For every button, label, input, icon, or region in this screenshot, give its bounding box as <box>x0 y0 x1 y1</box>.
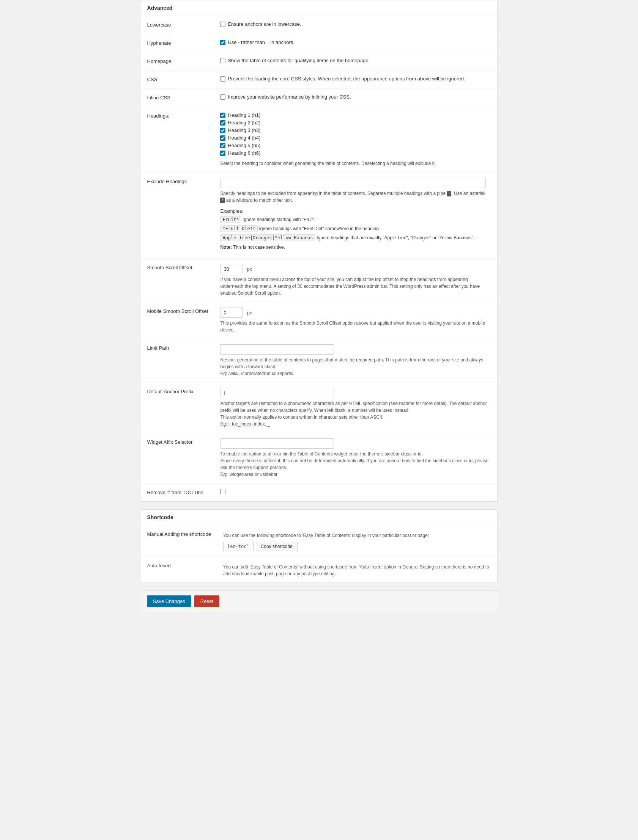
widget-affix-row: Widget Affix Selector To enable the opti… <box>141 433 497 483</box>
hyphenate-label: Hyphenate <box>141 34 214 52</box>
remove-numbers-checkbox[interactable] <box>220 489 225 494</box>
manual-adding-row: Manual Adding the shortcode You can use … <box>141 525 497 557</box>
inline-css-checkbox-label[interactable]: Improve your website performance by inli… <box>220 94 491 100</box>
lowercase-td: Ensure anchors are in lowercase. <box>214 16 497 34</box>
note-line: Note: This is not case sensitive. <box>220 244 491 251</box>
heading4-text: Heading 4 (h4) <box>228 135 260 141</box>
lowercase-row: Lowercase Ensure anchors are in lowercas… <box>141 16 497 34</box>
anchor-prefix-label: Default Anchor Prefix <box>141 382 214 433</box>
anchor-prefix-input[interactable] <box>220 388 334 398</box>
remove-numbers-label: Remove ':' from TOC Title <box>141 483 214 501</box>
homepage-row: Homepage Show the table of contents for … <box>141 52 497 71</box>
smooth-scroll-label: Smooth Scroll Offset <box>141 258 214 302</box>
limit-path-input[interactable] <box>220 344 334 355</box>
exclude-headings-desc: Specify headings to be excluded from app… <box>220 190 491 204</box>
homepage-checkbox[interactable] <box>220 58 225 63</box>
auto-insert-td: You can add 'Easy Table of Contents' wit… <box>217 556 497 583</box>
manual-adding-desc: You can use the following shortcode to '… <box>223 532 491 539</box>
mobile-smooth-scroll-row: Mobile Smooth Scroll Offset px This prov… <box>141 302 497 339</box>
heading6-text: Heading 6 (h6) <box>228 150 260 156</box>
inline-css-checkbox[interactable] <box>220 95 225 100</box>
widget-affix-label: Widget Affix Selector <box>141 433 214 483</box>
anchor-prefix-row: Default Anchor Prefix Anchor targets are… <box>141 382 497 433</box>
exclude-headings-td: Specify headings to be excluded from app… <box>214 172 497 259</box>
limit-path-td: Restrict generation of the table of cont… <box>214 339 497 382</box>
reset-button[interactable]: Reset <box>194 595 219 607</box>
hyphenate-checkbox[interactable] <box>220 40 225 45</box>
remove-numbers-td <box>214 483 497 501</box>
homepage-checkbox-text: Show the table of contents for qualifyin… <box>228 58 370 63</box>
mobile-scroll-desc: This provides the same function as the S… <box>220 320 491 333</box>
heading3-text: Heading 3 (h3) <box>228 128 260 133</box>
mobile-scroll-input[interactable] <box>220 308 243 318</box>
heading3-label[interactable]: Heading 3 (h3) <box>220 128 491 133</box>
heading2-label[interactable]: Heading 2 (h2) <box>220 120 491 126</box>
limit-path-desc: Restrict generation of the table of cont… <box>220 357 491 377</box>
headings-td: Heading 1 (h1) Heading 2 (h2) Heading 3 … <box>214 107 497 172</box>
inline-css-row: Inline CSS Improve your website performa… <box>141 89 497 107</box>
note-label: Note: <box>220 245 232 250</box>
inline-css-checkbox-text: Improve your website performance by inli… <box>228 94 351 100</box>
headings-description: Select the heading to consider when gene… <box>220 160 491 167</box>
advanced-title: Advanced <box>141 0 497 16</box>
example3-text: Ignore headings that are exactly "Apple … <box>317 235 475 240</box>
inline-css-td: Improve your website performance by inli… <box>214 89 497 107</box>
smooth-scroll-unit: px <box>247 266 252 272</box>
examples-block: Examples: Fruit* Ignore headings startin… <box>220 208 491 251</box>
heading1-text: Heading 1 (h1) <box>228 112 260 118</box>
example3-line: Apple Tree|Oranges|Yellow Bananas Ignore… <box>220 234 491 242</box>
lowercase-checkbox-text: Ensure anchors are in lowercase. <box>228 21 301 27</box>
exclude-headings-row: Exclude Headings Specify headings to be … <box>141 172 497 259</box>
anchor-prefix-desc: Anchor targets are restricted to alphanu… <box>220 400 491 427</box>
heading3-checkbox[interactable] <box>220 128 225 133</box>
homepage-td: Show the table of contents for qualifyin… <box>214 52 497 71</box>
copy-shortcode-button[interactable]: Copy shortcode <box>256 542 298 551</box>
css-checkbox[interactable] <box>220 76 225 82</box>
mobile-smooth-scroll-td: px This provides the same function as th… <box>214 302 497 339</box>
smooth-scroll-desc: If you have a consistent menu across the… <box>220 276 491 297</box>
save-changes-button[interactable]: Save Changes <box>147 595 191 607</box>
example1-text: Ignore headings starting with "Fruit". <box>242 217 316 222</box>
widget-affix-td: To enable the option to affix or pin the… <box>214 433 497 483</box>
css-checkbox-label[interactable]: Prevent the loading the core CSS styles.… <box>220 76 491 82</box>
lowercase-checkbox-label[interactable]: Ensure anchors are in lowercase. <box>220 21 491 27</box>
auto-insert-label: Auto Insert <box>141 556 217 583</box>
css-label: CSS <box>141 71 214 89</box>
heading4-checkbox[interactable] <box>220 136 225 141</box>
shortcode-form-table: Manual Adding the shortcode You can use … <box>141 525 497 583</box>
shortcode-title: Shortcode <box>141 510 497 525</box>
remove-numbers-row: Remove ':' from TOC Title <box>141 483 497 501</box>
hyphenate-checkbox-label[interactable]: Use - rather than _ in anchors. <box>220 39 491 45</box>
heading5-label[interactable]: Heading 5 (h5) <box>220 142 491 148</box>
mobile-scroll-unit: px <box>247 310 252 316</box>
shortcode-display: [ez-toc] <box>223 542 253 551</box>
heading4-label[interactable]: Heading 4 (h4) <box>220 135 491 141</box>
advanced-form-table: Lowercase Ensure anchors are in lowercas… <box>141 16 497 501</box>
lowercase-checkbox[interactable] <box>220 22 225 27</box>
smooth-scroll-input[interactable] <box>220 264 243 274</box>
exclude-headings-input[interactable] <box>220 178 486 188</box>
heading1-checkbox[interactable] <box>220 113 225 118</box>
heading5-checkbox[interactable] <box>220 143 225 148</box>
css-td: Prevent the loading the core CSS styles.… <box>214 71 497 89</box>
heading6-label[interactable]: Heading 6 (h6) <box>220 150 491 156</box>
hyphenate-checkbox-text: Use - rather than _ in anchors. <box>228 39 294 45</box>
remove-numbers-checkbox-label[interactable] <box>220 489 491 494</box>
widget-affix-input[interactable] <box>220 438 334 448</box>
heading2-checkbox[interactable] <box>220 120 225 126</box>
auto-insert-row: Auto Insert You can add 'Easy Table of C… <box>141 556 497 583</box>
headings-row: Headings: Heading 1 (h1) Heading 2 (h2) <box>141 107 497 172</box>
heading5-text: Heading 5 (h5) <box>228 142 260 148</box>
manual-adding-label: Manual Adding the shortcode <box>141 525 217 557</box>
homepage-checkbox-label[interactable]: Show the table of contents for qualifyin… <box>220 58 491 63</box>
shortcode-section: Shortcode Manual Adding the shortcode Yo… <box>141 509 497 583</box>
example2-line: *Fruit Diet* Ignore headings with "Fruit… <box>220 225 491 232</box>
mobile-scroll-input-wrap: px <box>220 308 491 318</box>
heading1-label[interactable]: Heading 1 (h1) <box>220 112 491 118</box>
footer-bar: Save Changes Reset <box>141 591 497 612</box>
heading6-checkbox[interactable] <box>220 150 225 156</box>
hyphenate-row: Hyphenate Use - rather than _ in anchors… <box>141 34 497 52</box>
shortcode-display-wrap: [ez-toc] Copy shortcode <box>223 542 491 551</box>
note-text: This is not case sensitive. <box>233 245 285 250</box>
advanced-section: Advanced Lowercase Ensure anchors are in… <box>141 0 497 502</box>
